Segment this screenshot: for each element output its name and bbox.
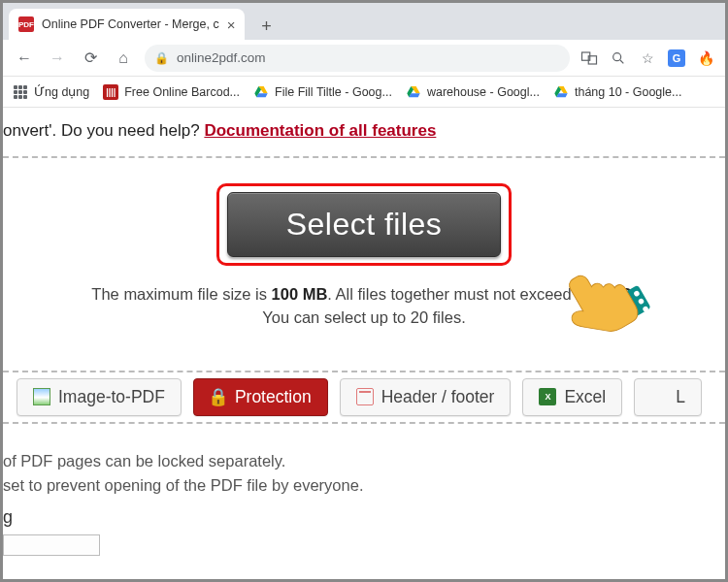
limits-part: . [632, 285, 637, 303]
tab-header-footer[interactable]: Header / footer [340, 378, 512, 416]
bookmark-label: tháng 10 - Google... [575, 85, 682, 99]
browser-tab[interactable]: PDF Online PDF Converter - Merge, c × [9, 9, 245, 40]
select-files-highlight: Select files [216, 183, 513, 266]
layout-grid-icon [650, 388, 668, 405]
bookmark-label: File Fill Tiltle - Goog... [275, 85, 392, 99]
url-text: online2pdf.com [177, 50, 266, 65]
zoom-icon[interactable] [609, 48, 628, 68]
apps-label: Ứng dụng [34, 84, 89, 99]
tab-image-to-pdf[interactable]: Image-to-PDF [17, 378, 182, 416]
lock-icon: 🔒 [210, 388, 227, 405]
apps-shortcut[interactable]: Ứng dụng [13, 84, 89, 100]
tab-layout-partial[interactable]: L [634, 378, 702, 416]
bookmark-label: warehouse - Googl... [427, 85, 540, 99]
tab-label: Header / footer [381, 387, 495, 407]
barcode-favicon-icon: |||| [103, 84, 118, 100]
fire-ext-icon[interactable]: 🔥 [696, 48, 715, 68]
tab-title: Online PDF Converter - Merge, c [42, 17, 219, 31]
home-button[interactable]: ⌂ [112, 47, 135, 70]
input-box-partial[interactable] [3, 534, 100, 556]
select-files-button[interactable]: Select files [227, 192, 502, 257]
bookmark-warehouse[interactable]: warehouse - Googl... [406, 84, 540, 100]
limits-part: The maximum file size is [91, 285, 271, 303]
browser-toolbar: ← → ⟳ ⌂ 🔒 online2pdf.com ☆ G 🔥 [3, 40, 725, 77]
apps-grid-icon [13, 84, 28, 100]
bookmark-thang10[interactable]: tháng 10 - Google... [553, 84, 682, 100]
image-icon [33, 388, 50, 405]
limits-part: . All files together must not exceed [327, 285, 576, 303]
lock-icon: 🔒 [154, 51, 169, 65]
browser-tab-strip: PDF Online PDF Converter - Merge, c × + [3, 3, 725, 40]
limits-line2: You can select up to 20 files. [262, 308, 465, 326]
documentation-link[interactable]: Documentation of all features [204, 121, 436, 140]
tab-label: Protection [235, 387, 312, 407]
partial-text: g [3, 504, 719, 531]
help-prefix: onvert'. Do you need help? [3, 121, 204, 140]
excel-icon: X [539, 388, 556, 405]
bookmark-barcode[interactable]: |||| Free Online Barcod... [103, 84, 240, 100]
options-tabs: Image-to-PDF 🔒 Protection Header / foote… [3, 371, 725, 424]
svg-line-3 [620, 60, 623, 63]
limits-bold: 150 MB [576, 285, 632, 303]
bookmark-filefill[interactable]: File Fill Tiltle - Goog... [253, 84, 392, 100]
file-limits-text: The maximum file size is 100 MB. All fil… [3, 283, 725, 330]
tab-protection[interactable]: 🔒 Protection [193, 378, 328, 416]
forward-button[interactable]: → [46, 47, 69, 70]
tab-excel[interactable]: X Excel [522, 378, 622, 416]
close-tab-icon[interactable]: × [227, 16, 236, 33]
tab-label: Image-to-PDF [58, 387, 165, 407]
pdf-favicon-icon: PDF [18, 16, 34, 32]
tab-label: Excel [564, 387, 606, 407]
gdrive-favicon-icon [406, 84, 421, 100]
reload-button[interactable]: ⟳ [79, 47, 102, 70]
help-line: onvert'. Do you need help? Documentation… [3, 108, 725, 156]
page-icon [356, 388, 374, 405]
google-translate-ext-icon[interactable]: G [667, 48, 686, 68]
page-content: onvert'. Do you need help? Documentation… [3, 108, 725, 562]
select-files-area: Select files The maximum file size is 10… [3, 158, 725, 349]
bookmarks-bar: Ứng dụng |||| Free Online Barcod... File… [3, 77, 725, 108]
star-icon[interactable]: ☆ [638, 48, 657, 68]
gdrive-favicon-icon [253, 84, 269, 100]
desc-line1: of PDF pages can be locked separately. [3, 449, 719, 473]
back-button[interactable]: ← [13, 47, 36, 70]
new-tab-button[interactable]: + [252, 13, 280, 40]
tab-label: L [676, 387, 685, 407]
desc-line2: set to prevent opening of the PDF file b… [3, 473, 719, 498]
limits-bold: 100 MB [272, 285, 328, 303]
translate-icon[interactable] [579, 48, 599, 68]
address-bar[interactable]: 🔒 online2pdf.com [145, 45, 570, 72]
svg-point-2 [613, 52, 621, 60]
protection-description: of PDF pages can be locked separately. s… [3, 424, 725, 563]
gdrive-favicon-icon [553, 84, 569, 100]
bookmark-label: Free Online Barcod... [124, 85, 240, 99]
